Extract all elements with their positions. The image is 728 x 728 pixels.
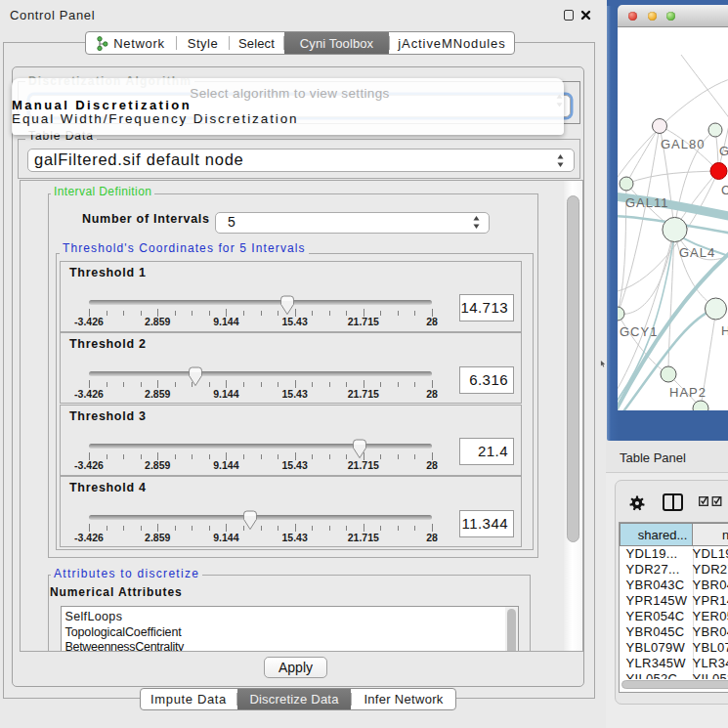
svg-text:GAL80: GAL80 — [661, 137, 705, 151]
svg-text:GAL4: GAL4 — [679, 245, 715, 260]
svg-text:HAP2: HAP2 — [669, 385, 707, 400]
svg-text:HI: HI — [721, 323, 728, 338]
svg-text:GAL11: GAL11 — [625, 195, 669, 210]
svg-text:GCY1: GCY1 — [620, 324, 658, 339]
svg-text:GA: GA — [719, 144, 728, 158]
svg-text:CR: CR — [721, 183, 728, 197]
